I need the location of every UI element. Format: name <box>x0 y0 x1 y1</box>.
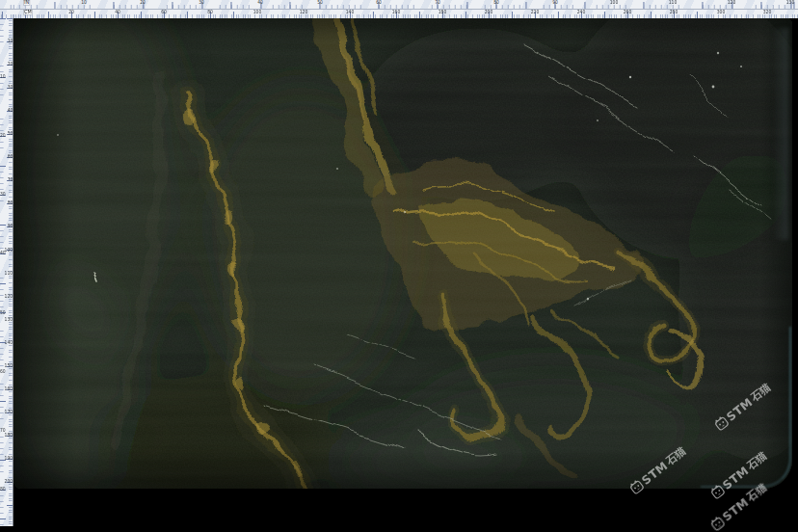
ruler-left-inch-number: 40 <box>0 252 6 256</box>
ruler-left-inch-number: 20 <box>0 134 6 139</box>
ruler-top-cm-number: 60 <box>161 10 167 14</box>
cat-logo-icon <box>708 515 726 532</box>
ruler-left-cm-number: 110 <box>4 271 13 276</box>
ruler-left-cm-number: 30 <box>7 86 13 91</box>
ruler-top-inch-number: 130 <box>786 0 795 5</box>
ruler-top-inch-number: 120 <box>728 0 736 5</box>
ruler-top-inch-number: 50 <box>317 0 323 5</box>
ruler-left-cm-number: 60 <box>7 155 13 160</box>
ruler-left-cm-number: 170 <box>4 411 13 415</box>
ruler-top-inch-number: 30 <box>199 0 204 5</box>
ruler-top-inch-number: 60 <box>376 0 382 5</box>
ruler-top-inch-number: 70 <box>435 0 440 5</box>
ruler-left-cm-number: 140 <box>4 340 13 345</box>
ruler-top-cm-number: 120 <box>299 10 307 14</box>
ruler-top-inch-ticks <box>0 0 798 9</box>
ruler-left-cm-number: 90 <box>7 225 13 229</box>
ruler-left-inch-number: 70 <box>0 428 6 433</box>
ruler-left-cm-number: 180 <box>4 434 13 439</box>
ruler-top-inch-number: 20 <box>140 0 146 5</box>
ruler-top-inch-number: 110 <box>669 0 678 5</box>
ruler-top-inch: IN 102030405060708090100110120130 <box>0 0 798 10</box>
ruler-left-cm-number: 130 <box>4 317 13 322</box>
ruler-top-inch-number: 90 <box>552 0 558 5</box>
ruler-left-cm-number: 50 <box>7 132 13 137</box>
ruler-unit-inch-label: IN <box>23 0 30 6</box>
ruler-top-cm-number: 100 <box>253 10 261 14</box>
ruler-top-cm-number: 320 <box>762 10 771 14</box>
ruler-top-cm-number: 260 <box>624 10 632 14</box>
ruler-left-cm-number: 200 <box>4 480 13 485</box>
ruler-left-cm-number: 160 <box>4 387 13 392</box>
ruler-unit-cm-label: CM <box>23 10 33 15</box>
ruler-left-inch-number: 50 <box>0 310 6 315</box>
ruler-top-cm-number: 140 <box>345 10 354 14</box>
screen: { "viewer": { "background": "#000000", "… <box>0 0 798 532</box>
ruler-left-cm-number: 20 <box>7 63 13 67</box>
ruler-top-cm-number: 20 <box>68 10 74 14</box>
ruler-top-inch-number: 80 <box>493 0 499 5</box>
ruler-top: IN 102030405060708090100110120130 CM 204… <box>0 0 798 18</box>
ruler-left-cm-number: 10 <box>7 40 13 44</box>
ruler-top-inch-number: 10 <box>81 0 87 5</box>
ruler-top-cm-number: 180 <box>439 10 447 14</box>
slab-photo <box>13 18 792 489</box>
ruler-top-cm-number: 40 <box>115 10 120 14</box>
ruler-left-inch-number: 80 <box>0 488 6 492</box>
ruler-left-cm-number: 120 <box>4 294 13 299</box>
ruler-left-cm-number: 70 <box>7 178 13 183</box>
ruler-left: 1020304050607080901001101201301401501601… <box>0 18 13 526</box>
watermark-brand-text: STM <box>720 495 751 524</box>
ruler-left-cm-number: 150 <box>4 364 13 369</box>
slab-texture <box>13 18 792 489</box>
ruler-top-cm-number: 200 <box>485 10 493 14</box>
ruler-top-cm-number: 220 <box>531 10 540 14</box>
ruler-top-inch-number: 100 <box>610 0 619 5</box>
ruler-left-inch-number: 60 <box>0 369 6 374</box>
ruler-left-cm-number: 80 <box>7 201 13 206</box>
ruler-left-cm-number: 190 <box>4 457 13 462</box>
ruler-left-cm-number: 40 <box>7 109 13 114</box>
ruler-left-inch-number: 10 <box>0 75 6 80</box>
ruler-top-cm-number: 160 <box>392 10 401 14</box>
ruler-top-cm-number: 80 <box>208 10 214 14</box>
ruler-top-inch-number: 40 <box>258 0 264 5</box>
slab-scan-viewer: STM 石猫 STM 石猫 STM 石猫 <box>0 0 798 532</box>
ruler-left-inch-number: 30 <box>0 193 6 198</box>
ruler-top-cm: CM 2040608010012014016018020022024026028… <box>0 10 798 18</box>
ruler-top-cm-number: 300 <box>716 10 725 14</box>
ruler-top-cm-number: 280 <box>670 10 678 14</box>
ruler-top-cm-number: 240 <box>577 10 586 14</box>
